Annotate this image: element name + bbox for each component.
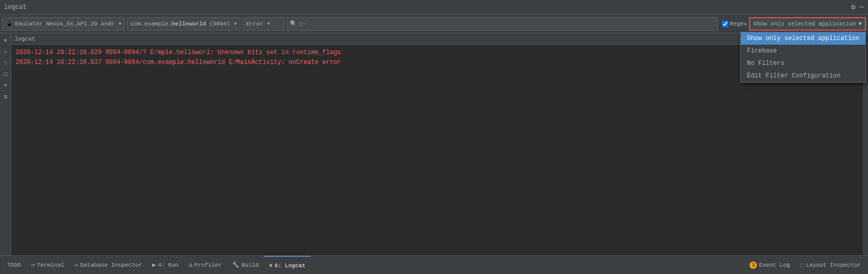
layout-inspector-icon: ⬚ [800, 262, 804, 268]
event-log-label: Event Log [759, 262, 790, 268]
device-label: Emulator Nexus_5X_API_29 Andr [15, 21, 114, 27]
filter-select-button[interactable]: Show only selected application ▼ [749, 17, 866, 31]
filter-option-firebase[interactable]: Firebase [741, 45, 865, 57]
tab-terminal[interactable]: ▭ Terminal [26, 256, 69, 275]
device-icon: 📱 [6, 20, 13, 27]
package-label: com.example.helloworld (9094) [130, 21, 230, 27]
section-header: logcat [0, 33, 868, 45]
tab-run[interactable]: ▶ 4: Run [147, 256, 183, 275]
sidebar-scroll-up-icon[interactable]: ↑ [1, 58, 10, 68]
filter-label: Show only selected application [753, 21, 856, 27]
filter-option-label-1: Firebase [747, 47, 777, 55]
filter-arrow-icon: ▼ [858, 21, 862, 27]
todo-label: TODO [7, 262, 21, 268]
tab-logcat[interactable]: ≡ 6: Logcat [264, 256, 311, 275]
minimize-icon[interactable]: ─ [860, 3, 864, 11]
sidebar-add-icon[interactable]: + [1, 81, 10, 90]
tab-layout-inspector[interactable]: ⬚ Layout Inspector [795, 256, 866, 275]
level-label: Error [246, 21, 263, 27]
bottom-bar: TODO ▭ Terminal ▭ Database Inspector ▶ 4… [0, 255, 868, 274]
search-box[interactable]: 🔍 [286, 17, 718, 31]
filter-option-show-only-selected[interactable]: Show only selected application [741, 32, 865, 45]
run-label: 4: Run [158, 262, 179, 268]
regex-label[interactable]: Regex [722, 21, 747, 27]
log-content: 2020-12-14 20:22:10.029 9094-9094/? E/mp… [11, 45, 868, 255]
filter-option-label-0: Show only selected application [747, 35, 859, 42]
level-arrow-icon: ▼ [268, 21, 270, 26]
sidebar-scroll-down-icon[interactable]: ↓ [1, 47, 10, 56]
section-label: logcat [15, 36, 35, 42]
event-log-badge: 1 [750, 262, 757, 269]
search-input[interactable] [299, 21, 715, 27]
sidebar-menu-icon[interactable]: ≡ [1, 93, 10, 102]
logcat-label: 6: Logcat [275, 263, 305, 269]
build-icon: 🔧 [232, 262, 239, 268]
run-icon: ▶ [152, 262, 156, 268]
filter-option-label-3: Edit Filter Configuration [747, 72, 840, 80]
tab-todo[interactable]: TODO [2, 256, 26, 275]
main-toolbar: 📱 Emulator Nexus_5X_API_29 Andr ▼ com.ex… [0, 15, 868, 33]
database-icon: ▭ [75, 262, 78, 268]
settings-icon[interactable]: ⚙ [851, 3, 855, 11]
terminal-icon: ▭ [31, 262, 35, 268]
regex-checkbox[interactable] [722, 21, 728, 27]
app-title: logcat [4, 4, 26, 11]
build-label: Build [242, 262, 259, 268]
filter-dropdown-menu: Show only selected application Firebase … [740, 32, 866, 83]
tab-build[interactable]: 🔧 Build [227, 256, 264, 275]
regex-text: Regex [730, 21, 747, 27]
filter-dropdown-container: Show only selected application ▼ Show on… [749, 17, 866, 31]
logcat-icon: ≡ [269, 263, 273, 269]
device-selector[interactable]: 📱 Emulator Nexus_5X_API_29 Andr ▼ [2, 17, 125, 31]
terminal-label: Terminal [37, 262, 64, 268]
title-bar: logcat ⚙ ─ [0, 0, 868, 15]
log-line: 2020-12-14 20:22:10.029 9094-9094/? E/mp… [16, 48, 864, 58]
device-arrow-icon: ▼ [118, 21, 121, 26]
database-label: Database Inspector [80, 262, 142, 268]
profiler-label: Profiler [194, 262, 222, 268]
profiler-icon: ◷ [189, 262, 193, 268]
log-line: 2020-12-14 20:22:10.837 9094-9094/com.ex… [16, 58, 864, 68]
filter-option-edit-config[interactable]: Edit Filter Configuration [741, 70, 865, 82]
log-level-selector[interactable]: Error ▼ [243, 17, 284, 31]
package-selector[interactable]: com.example.helloworld (9094) ▼ [127, 17, 240, 31]
sidebar-wrap-icon[interactable]: □ [1, 70, 10, 79]
tab-event-log[interactable]: 1 Event Log [744, 256, 795, 275]
package-arrow-icon: ▼ [234, 21, 237, 26]
filter-option-label-2: No Filters [747, 60, 784, 67]
tab-profiler[interactable]: ◷ Profiler [184, 256, 227, 275]
tab-database-inspector[interactable]: ▭ Database Inspector [70, 256, 147, 275]
sidebar-clear-icon[interactable]: ✕ [1, 35, 10, 45]
filter-option-no-filters[interactable]: No Filters [741, 57, 865, 70]
left-sidebar: ✕ ↓ ↑ □ + ≡ [0, 33, 11, 255]
search-icon: 🔍 [290, 20, 297, 27]
layout-inspector-label: Layout Inspector [806, 262, 861, 268]
